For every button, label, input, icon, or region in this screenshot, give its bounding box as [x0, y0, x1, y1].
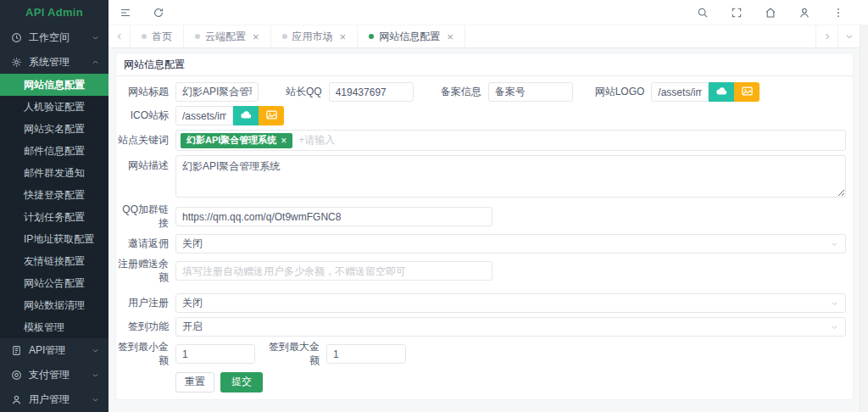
tabs-scroll-left-icon[interactable]	[108, 25, 131, 47]
icp-info-input[interactable]	[488, 82, 573, 102]
sidebar-submenu-item[interactable]: IP地址获取配置	[0, 228, 108, 250]
sidebar-submenu-label: 人机验证配置	[24, 101, 85, 113]
sidebar-submenu-item[interactable]: 快捷登录配置	[0, 184, 108, 206]
ico-icon-label: ICO站标	[116, 109, 169, 123]
workspace-icon	[11, 32, 22, 43]
fullscreen-icon[interactable]	[731, 7, 743, 19]
tab[interactable]: 云端配置 ×	[184, 25, 271, 47]
tag-close-icon[interactable]: ×	[281, 135, 287, 147]
site-title-input[interactable]	[175, 82, 259, 102]
tab-status-dot	[195, 34, 200, 39]
user-register-select[interactable]: 关闭	[175, 293, 846, 313]
site-title-label: 网站标题	[116, 86, 169, 99]
sidebar-submenu-label: 网站公告配置	[24, 277, 85, 289]
more-vertical-icon[interactable]	[832, 7, 844, 19]
sidebar-item-api[interactable]: API管理	[0, 338, 108, 363]
form-row: 邀请返佣 关闭	[116, 234, 846, 253]
sidebar-item-label: 工作空间	[29, 31, 70, 45]
tab-list: 首页 × 云端配置 × 应用市场 ×	[131, 25, 815, 47]
sidebar-submenu-item[interactable]: 模板管理	[0, 316, 108, 338]
ico-icon-input[interactable]	[175, 106, 233, 125]
sidebar-submenu-label: IP地址获取配置	[24, 233, 94, 245]
checkin-max-label: 签到最大金额	[267, 341, 320, 367]
sidebar-submenu-item[interactable]: 计划任务配置	[0, 206, 108, 228]
invite-rebate-value: 关闭	[182, 237, 203, 251]
config-card: 网站信息配置 网站标题 站长QQ 备案信息 网站LOGO	[115, 53, 854, 400]
sidebar: API Admin 工作空间 系统管理 网站信息配置	[0, 0, 108, 412]
vertical-scrollbar[interactable]	[860, 25, 868, 412]
tab-label: 应用市场	[292, 30, 333, 44]
sidebar-item-system[interactable]: 系统管理	[0, 50, 108, 75]
checkin-value: 开启	[182, 320, 203, 334]
user-icon	[11, 394, 22, 405]
form-row: QQ加群链接	[116, 203, 846, 230]
sidebar-item-label: 用户管理	[29, 393, 70, 407]
site-logo-input[interactable]	[651, 82, 709, 102]
search-icon[interactable]	[697, 7, 709, 19]
keywords-input[interactable]: 幻影API聚合管理系统 × +请输入	[175, 130, 846, 151]
tab-close-icon[interactable]: ×	[253, 31, 259, 42]
sidebar-submenu-item[interactable]: 网站公告配置	[0, 272, 108, 294]
checkin-min-input[interactable]	[175, 344, 255, 364]
sidebar-submenu-label: 网站数据清理	[24, 299, 85, 311]
sidebar-submenu-label: 邮件群发通知	[24, 167, 85, 179]
tab-status-dot	[369, 34, 374, 39]
tab[interactable]: 应用市场 ×	[271, 25, 359, 47]
description-label: 网站描述	[116, 159, 169, 173]
refresh-icon[interactable]	[153, 7, 164, 19]
image-icon	[741, 85, 754, 100]
site-logo-label: 网站LOGO	[595, 86, 645, 99]
sidebar-submenu-label: 邮件信息配置	[24, 145, 85, 157]
invite-rebate-select[interactable]: 关闭	[175, 234, 846, 253]
description-textarea[interactable]: 幻影API聚合管理系统	[175, 155, 846, 198]
sidebar-item-label: 支付管理	[29, 368, 70, 382]
ico-preview-button[interactable]	[259, 106, 284, 125]
logo-upload-button[interactable]	[709, 82, 734, 102]
user-register-label: 用户注册	[116, 297, 169, 310]
user-icon[interactable]	[798, 7, 810, 19]
submit-button[interactable]: 提交	[220, 372, 263, 393]
sidebar-submenu-item[interactable]: 网站数据清理	[0, 294, 108, 316]
tab-close-icon[interactable]: ×	[447, 31, 453, 42]
tab[interactable]: 首页 ×	[131, 25, 184, 47]
register-bonus-input[interactable]	[175, 261, 492, 281]
tabs-scroll-right-icon[interactable]	[815, 25, 837, 47]
sidebar-submenu-item[interactable]: 网站信息配置	[0, 74, 108, 96]
sidebar-item-users[interactable]: 用户管理	[0, 387, 108, 412]
sidebar-item-payment[interactable]: 支付管理	[0, 363, 108, 387]
page-content: 网站信息配置 网站标题 站长QQ 备案信息 网站LOGO	[108, 48, 868, 412]
checkin-min-label: 签到最小金额	[116, 341, 169, 367]
qq-group-link-input[interactable]	[175, 207, 492, 226]
tab-close-icon[interactable]: ×	[340, 31, 347, 42]
ico-upload-button[interactable]	[233, 106, 259, 125]
tabs-menu-icon[interactable]	[837, 25, 860, 47]
gear-icon	[11, 57, 22, 68]
form-row: 签到最小金额 签到最大金额	[116, 341, 846, 367]
sidebar-submenu-item[interactable]: 网站实名配置	[0, 118, 108, 140]
menu-collapse-icon[interactable]	[120, 7, 131, 19]
chevron-down-icon	[92, 34, 99, 42]
tab-status-dot	[282, 34, 287, 39]
sidebar-submenu-item[interactable]: 人机验证配置	[0, 96, 108, 118]
keyword-tag-label: 幻影API聚合管理系统	[186, 134, 276, 147]
webmaster-qq-input[interactable]	[329, 82, 414, 102]
sidebar-submenu-item[interactable]: 邮件群发通知	[0, 162, 108, 184]
sidebar-item-label: API管理	[29, 343, 65, 358]
topbar-right	[675, 7, 844, 19]
reset-button[interactable]: 重置	[175, 372, 214, 393]
checkin-max-input[interactable]	[326, 344, 406, 364]
form-row: 网站描述 幻影API聚合管理系统	[116, 155, 846, 198]
home-icon[interactable]	[765, 7, 776, 19]
tab-label: 首页	[152, 30, 172, 44]
tab[interactable]: 网站信息配置 ×	[358, 25, 465, 47]
page-title: 网站信息配置	[116, 53, 853, 76]
tab-status-dot	[142, 34, 147, 39]
cloud-upload-icon	[240, 109, 253, 124]
sidebar-submenu-label: 友情链接配置	[24, 255, 85, 267]
sidebar-item-workspace[interactable]: 工作空间	[0, 25, 108, 50]
tab-label: 网站信息配置	[379, 30, 440, 44]
logo-preview-button[interactable]	[734, 82, 760, 102]
sidebar-submenu-item[interactable]: 邮件信息配置	[0, 140, 108, 162]
sidebar-submenu-item[interactable]: 友情链接配置	[0, 250, 108, 272]
checkin-select[interactable]: 开启	[175, 317, 846, 337]
